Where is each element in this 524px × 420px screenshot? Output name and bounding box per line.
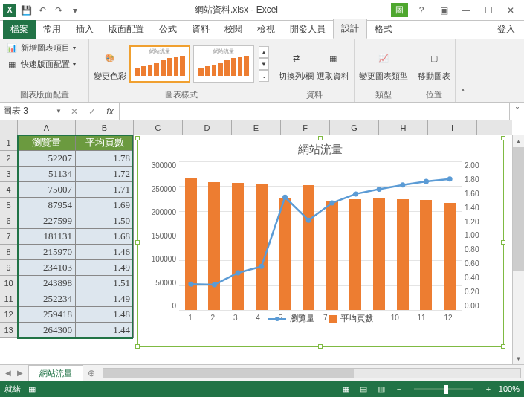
row-header[interactable]: 8 (0, 245, 18, 260)
column-header[interactable]: E (232, 120, 281, 135)
column-header[interactable]: A (18, 120, 76, 135)
cell[interactable]: 181131 (18, 229, 76, 245)
row-header[interactable]: 2 (0, 151, 18, 167)
page-break-view-icon[interactable]: ▥ (374, 383, 389, 395)
tab-design[interactable]: 設計 (333, 19, 367, 39)
tab-layout[interactable]: 版面配置 (101, 20, 152, 39)
column-header[interactable]: H (379, 120, 428, 135)
column-header[interactable]: C (134, 120, 183, 135)
cell[interactable]: 1.69 (76, 198, 134, 213)
horizontal-scrollbar[interactable] (103, 368, 521, 378)
cell[interactable]: 243898 (18, 276, 76, 291)
cell[interactable]: 1.78 (76, 151, 134, 167)
cell[interactable]: 瀏覽量 (18, 135, 76, 151)
change-chart-type-button[interactable]: 📈 變更圖表類型 (359, 46, 408, 81)
chart-title[interactable]: 網站流量 (138, 138, 503, 161)
cell[interactable]: 252234 (18, 291, 76, 307)
grid-corner[interactable] (0, 120, 18, 135)
undo-icon[interactable]: ↶ (36, 4, 49, 17)
row-header[interactable]: 9 (0, 260, 18, 276)
change-colors-button[interactable]: 🎨 變更色彩 (94, 46, 126, 81)
column-header[interactable]: I (428, 120, 477, 135)
login-link[interactable]: 登入 (491, 20, 521, 39)
cell[interactable]: 51134 (18, 167, 76, 182)
tab-home[interactable]: 常用 (36, 20, 68, 39)
quick-layout-button[interactable]: ▦ 快速版面配置▾ (4, 56, 77, 71)
tab-insert[interactable]: 插入 (68, 20, 101, 39)
cell[interactable]: 1.50 (76, 213, 134, 229)
cell[interactable]: 1.68 (76, 229, 134, 245)
cell[interactable]: 1.44 (76, 323, 134, 338)
chart-style-2[interactable]: 網站流量 (193, 45, 254, 83)
save-icon[interactable]: 💾 (19, 4, 33, 17)
cell[interactable]: 52207 (18, 151, 76, 167)
redo-icon[interactable]: ↷ (52, 4, 65, 17)
collapse-ribbon-icon[interactable]: ˄ (456, 39, 470, 102)
tab-developer[interactable]: 開發人員 (282, 20, 333, 39)
row-header[interactable]: 10 (0, 276, 18, 291)
tab-formulas[interactable]: 公式 (152, 20, 184, 39)
name-box[interactable]: 圖表 3 ▼ (0, 103, 65, 120)
scroll-up-icon[interactable]: ▲ (513, 135, 524, 147)
tab-view[interactable]: 檢視 (250, 20, 282, 39)
hscroll-thumb[interactable] (103, 369, 354, 378)
sheet-nav-prev-icon[interactable]: ◀ (3, 369, 13, 377)
cell[interactable]: 264300 (18, 323, 76, 338)
zoom-level[interactable]: 100% (499, 384, 520, 393)
cell[interactable]: 75007 (18, 182, 76, 198)
row-header[interactable]: 11 (0, 291, 18, 307)
tab-review[interactable]: 校閱 (217, 20, 250, 39)
cell[interactable]: 259418 (18, 307, 76, 323)
cancel-formula-icon[interactable]: ✕ (65, 106, 83, 117)
column-header[interactable]: B (76, 120, 134, 135)
cell[interactable]: 1.72 (76, 167, 134, 182)
gallery-up-icon[interactable]: ▲ (259, 46, 269, 58)
zoom-out-icon[interactable]: − (392, 383, 407, 395)
gallery-down-icon[interactable]: ▼ (259, 58, 269, 70)
page-layout-view-icon[interactable]: ▤ (356, 383, 371, 395)
row-header[interactable]: 5 (0, 198, 18, 213)
row-header[interactable]: 1 (0, 135, 18, 151)
help-icon[interactable]: ? (411, 3, 432, 18)
row-header[interactable]: 6 (0, 213, 18, 229)
row-header[interactable]: 7 (0, 229, 18, 245)
select-data-button[interactable]: ▦ 選取資料 (317, 46, 349, 81)
minimize-icon[interactable]: — (456, 3, 476, 18)
cell[interactable]: 平均頁數 (76, 135, 134, 151)
tab-format[interactable]: 格式 (367, 20, 400, 39)
move-chart-button[interactable]: ▢ 移動圖表 (418, 46, 450, 81)
cell[interactable]: 1.49 (76, 291, 134, 307)
new-sheet-icon[interactable]: ⊕ (83, 368, 100, 378)
cell[interactable]: 1.49 (76, 260, 134, 276)
cell[interactable]: 87954 (18, 198, 76, 213)
add-chart-element-button[interactable]: 📊 新增圖表項目▾ (4, 40, 77, 55)
ribbon-display-icon[interactable]: ▣ (433, 3, 454, 18)
tab-file[interactable]: 檔案 (3, 20, 36, 39)
row-header[interactable]: 4 (0, 182, 18, 198)
formula-bar[interactable] (120, 103, 509, 120)
close-icon[interactable]: ✕ (500, 3, 521, 18)
sheet-tab[interactable]: 網站流量 (28, 365, 83, 381)
chart-style-1[interactable]: 網站流量 (129, 45, 190, 83)
chart-object[interactable]: 網站流量 30000025000020000015000010000050000… (137, 138, 504, 347)
sheet-nav-next-icon[interactable]: ▶ (15, 369, 25, 377)
tab-data[interactable]: 資料 (184, 20, 217, 39)
switch-row-column-button[interactable]: ⇄ 切換列/欄 (279, 46, 314, 81)
gallery-more-icon[interactable]: ⌄ (259, 70, 269, 82)
macro-record-icon[interactable]: ▦ (28, 384, 36, 394)
cell[interactable]: 1.51 (76, 276, 134, 291)
normal-view-icon[interactable]: ▦ (338, 383, 353, 395)
cell[interactable]: 227599 (18, 213, 76, 229)
cell[interactable]: 1.71 (76, 182, 134, 198)
column-header[interactable]: G (330, 120, 379, 135)
name-box-dropdown-icon[interactable]: ▼ (56, 108, 62, 114)
row-header[interactable]: 3 (0, 167, 18, 182)
vertical-scrollbar[interactable]: ▲ ▼ (512, 135, 524, 364)
zoom-in-icon[interactable]: + (481, 383, 496, 395)
cell[interactable]: 215970 (18, 245, 76, 260)
enter-formula-icon[interactable]: ✓ (83, 106, 101, 117)
chart-plot-area[interactable]: 300000250000200000150000100000500000 2.0… (179, 161, 462, 310)
cell[interactable]: 1.46 (76, 245, 134, 260)
column-header[interactable]: D (183, 120, 232, 135)
grid-cells[interactable]: 瀏覽量平均頁數522071.78511341.72750071.71879541… (18, 135, 134, 338)
